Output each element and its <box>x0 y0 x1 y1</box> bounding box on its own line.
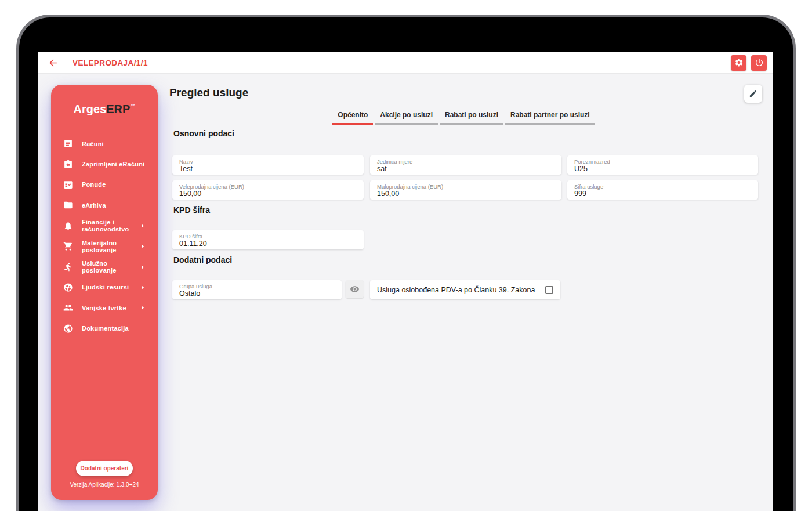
receipt-icon <box>63 139 73 148</box>
field-label: Maloprodajna cijena (EUR) <box>377 183 443 190</box>
field-label: KPD šifra <box>179 233 202 240</box>
folder-icon <box>63 200 73 210</box>
field-maloprodajna-cijena[interactable]: Maloprodajna cijena (EUR) 150,00 <box>370 180 561 200</box>
field-value: 999 <box>574 190 586 198</box>
tab-opcenito[interactable]: Općenito <box>332 111 373 125</box>
sidebar-item-usluzno[interactable]: Uslužno poslovanje <box>51 256 158 277</box>
back-button[interactable] <box>46 56 59 69</box>
sidebar-item-label: Računi <box>82 140 104 147</box>
bell-icon <box>63 221 73 231</box>
logo-tm: ™ <box>130 103 135 108</box>
field-value: Test <box>179 165 193 173</box>
chevron-right-icon <box>140 285 146 290</box>
pdv-exemption-label: Usluga oslobođena PDV-a po Članku 39. Za… <box>377 286 535 294</box>
field-value: sat <box>377 165 387 173</box>
clipboard-return-icon <box>63 160 73 169</box>
tab-rabati-partner-po-usluzi[interactable]: Rabati partner po usluzi <box>505 111 595 125</box>
tablet-frame: VELEPRODAJA/1/1 ArgesERP™ Računi <box>16 15 796 511</box>
field-value: Ostalo <box>179 289 200 298</box>
settings-button[interactable] <box>731 55 746 71</box>
globe-icon <box>63 324 73 334</box>
cart-icon <box>63 241 73 251</box>
logo-text-dark: ERP <box>106 103 130 115</box>
sidebar-item-earhiva[interactable]: eArhiva <box>51 195 158 215</box>
chevron-right-icon <box>140 264 146 270</box>
field-veleprodajna-cijena[interactable]: Veleprodajna cijena (EUR) 150,00 <box>172 180 364 200</box>
top-app-bar: VELEPRODAJA/1/1 <box>38 52 773 74</box>
section-title-dodatni-podaci: Dodatni podaci <box>173 255 232 264</box>
sidebar-item-label: Ponude <box>82 181 106 188</box>
field-kpd-sifra[interactable]: KPD šifra 01.11.20 <box>172 230 364 249</box>
breadcrumb-title: VELEPRODAJA/1/1 <box>72 59 148 67</box>
field-value: U25 <box>574 165 588 173</box>
dodatni-operateri-button[interactable]: Dodatni operateri <box>76 461 133 476</box>
field-value: 01.11.20 <box>179 240 207 248</box>
tab-rabati-po-usluzi[interactable]: Rabati po usluzi <box>440 111 503 125</box>
field-label: Naziv <box>179 158 193 165</box>
sidebar-item-label: Uslužno poslovanje <box>82 260 140 274</box>
field-label: Porezni razred <box>574 158 610 165</box>
arrow-back-icon <box>48 57 59 68</box>
app-screen: VELEPRODAJA/1/1 ArgesERP™ Računi <box>38 52 773 511</box>
chevron-right-icon <box>140 223 146 229</box>
power-icon <box>755 58 764 67</box>
sidebar-item-label: Dokumentacija <box>82 325 129 332</box>
sidebar-item-dokumentacija[interactable]: Dokumentacija <box>51 318 158 339</box>
field-jedinica-mjere[interactable]: Jedinica mjere sat <box>370 155 561 175</box>
app-version-label: Verzija Aplikacije: 1.3.0+24 <box>51 481 158 488</box>
pdv-exemption-field: Usluga oslobođena PDV-a po Članku 39. Za… <box>370 280 560 299</box>
sidebar-item-label: Financije i računovodstvo <box>82 219 140 233</box>
logout-button[interactable] <box>751 55 767 71</box>
field-porezni-razred[interactable]: Porezni razred U25 <box>567 155 758 175</box>
field-label: Grupa usluga <box>179 283 212 289</box>
topbar-actions <box>731 55 767 71</box>
field-grupa-usluga[interactable]: Grupa usluga Ostalo <box>172 280 342 299</box>
page-title: Pregled usluge <box>169 86 248 99</box>
sidebar-item-label: Ljudski resursi <box>82 284 129 291</box>
chevron-right-icon <box>140 305 146 310</box>
gear-icon <box>734 58 744 67</box>
chevron-right-icon <box>140 244 146 249</box>
sidebar-item-ponude[interactable]: Ponude <box>51 175 158 195</box>
field-value: 150,00 <box>377 190 399 198</box>
field-label: Jedinica mjere <box>377 158 412 165</box>
sidebar-item-zaprimljeni-eracuni[interactable]: Zaprimljeni eRačuni <box>51 154 158 174</box>
sidebar-item-financije[interactable]: Financije i računovodstvo <box>51 216 158 236</box>
people-circle-icon <box>63 282 73 292</box>
section-title-osnovni-podaci: Osnovni podaci <box>173 129 234 138</box>
sidebar: ArgesERP™ Računi Zaprimljeni eRačuni Pon… <box>51 85 158 500</box>
sidebar-item-label: Zaprimljeni eRačuni <box>82 161 144 168</box>
tab-akcije-po-usluzi[interactable]: Akcije po usluzi <box>375 111 438 125</box>
sidebar-item-label: eArhiva <box>82 202 106 209</box>
sidebar-item-label: Materijalno poslovanje <box>82 240 140 253</box>
sidebar-item-vanjske-tvrtke[interactable]: Vanjske tvrtke <box>51 298 158 318</box>
field-sifra-usluge[interactable]: Šifra usluge 999 <box>567 180 758 200</box>
field-value: 150,00 <box>179 190 201 198</box>
sidebar-item-label: Vanjske tvrtke <box>82 305 126 311</box>
field-label: Šifra usluge <box>574 183 603 190</box>
sidebar-item-racuni[interactable]: Računi <box>51 133 158 154</box>
view-group-button[interactable] <box>346 280 364 298</box>
edit-button[interactable] <box>744 85 762 103</box>
pdv-exemption-checkbox[interactable] <box>545 286 553 294</box>
sidebar-item-materijalno[interactable]: Materijalno poslovanje <box>51 236 158 256</box>
field-label: Veleprodajna cijena (EUR) <box>179 183 244 190</box>
field-naziv[interactable]: Naziv Test <box>172 155 364 175</box>
sidebar-menu: Računi Zaprimljeni eRačuni Ponude eArhiv… <box>51 133 158 339</box>
eye-icon <box>350 284 360 294</box>
pencil-icon <box>749 89 757 98</box>
section-title-kpd-sifra: KPD šifra <box>173 205 210 215</box>
logo-text-light: Arges <box>74 103 107 115</box>
tab-bar: Općenito Akcije po usluzi Rabati po uslu… <box>169 111 758 125</box>
group-icon <box>63 303 73 313</box>
running-person-icon <box>63 262 73 272</box>
sidebar-item-ljudski-resursi[interactable]: Ljudski resursi <box>51 277 158 298</box>
document-check-icon <box>63 180 73 190</box>
app-logo: ArgesERP™ <box>51 103 158 116</box>
